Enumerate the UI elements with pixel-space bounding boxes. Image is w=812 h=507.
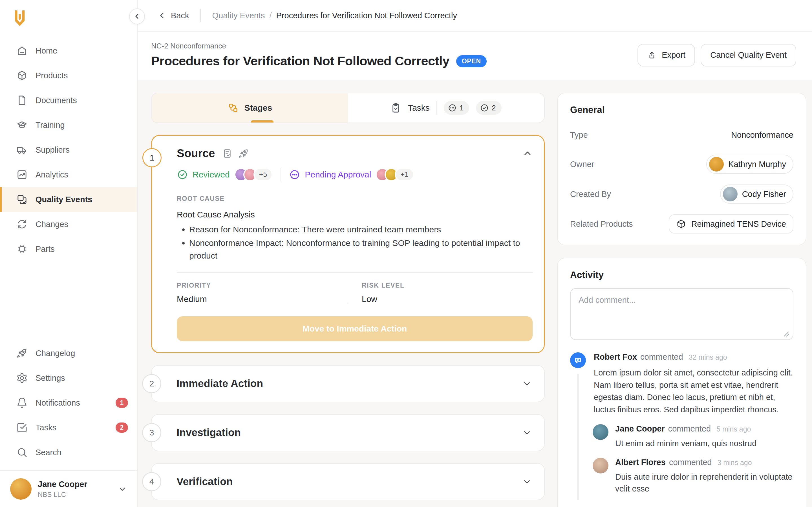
comment-action: commented bbox=[668, 424, 711, 434]
comment-time: 5 mins ago bbox=[716, 425, 751, 433]
pending-tasks-counter[interactable]: 1 bbox=[444, 101, 469, 115]
avatar bbox=[593, 458, 608, 473]
sidebar-item-tasks[interactable]: Tasks 2 bbox=[0, 415, 137, 440]
chevron-down-icon bbox=[118, 485, 127, 494]
sidebar-item-analytics[interactable]: Analytics bbox=[0, 162, 137, 187]
avatar bbox=[593, 424, 608, 440]
breadcrumb-section[interactable]: Quality Events bbox=[212, 11, 265, 20]
leave-comment-button[interactable]: Leave Comment bbox=[593, 506, 794, 507]
sidebar-item-label: Changelog bbox=[36, 349, 75, 358]
sidebar-item-label: Changes bbox=[36, 220, 68, 229]
sidebar-item-label: Search bbox=[36, 448, 61, 457]
page-header: NC-2 Nonconformance Procedures for Verif… bbox=[138, 32, 812, 80]
comment-input[interactable] bbox=[570, 288, 794, 340]
reviewed-label: Reviewed bbox=[193, 170, 230, 179]
content: Stages Tasks 1 2 bbox=[138, 80, 812, 507]
comment-box bbox=[570, 288, 794, 342]
move-to-immediate-action-button[interactable]: Move to Immediate Action bbox=[177, 316, 532, 341]
export-icon bbox=[647, 50, 657, 60]
sidebar-item-quality-events[interactable]: Quality Events bbox=[0, 187, 137, 212]
chevron-down-icon[interactable] bbox=[522, 379, 532, 388]
activity-heading: Activity bbox=[570, 270, 794, 280]
owner-chip[interactable]: Kathryn Murphy bbox=[706, 155, 794, 174]
comment-action: commented bbox=[669, 458, 712, 467]
chevron-down-icon[interactable] bbox=[522, 477, 532, 487]
breadcrumb: Quality Events / Procedures for Verifica… bbox=[212, 11, 457, 20]
ellipsis-circle-icon bbox=[448, 103, 457, 112]
tab-tasks[interactable]: Tasks 1 2 bbox=[348, 93, 544, 122]
reviewed-avatars[interactable]: +5 bbox=[234, 168, 273, 181]
stage-card-investigation[interactable]: 3 Investigation bbox=[151, 414, 545, 451]
box-icon bbox=[16, 70, 28, 81]
sidebar-item-changelog[interactable]: Changelog bbox=[0, 341, 137, 365]
back-button[interactable]: Back bbox=[158, 11, 189, 20]
comment-main: Robert Fox commented 32 mins ago Lorem i… bbox=[594, 352, 794, 416]
search-icon bbox=[16, 447, 28, 458]
pending-avatars[interactable]: +1 bbox=[375, 168, 414, 181]
sidebar-item-home[interactable]: Home bbox=[0, 38, 137, 63]
main-area: Back Quality Events / Procedures for Ver… bbox=[138, 0, 812, 507]
sidebar-item-label: Parts bbox=[36, 244, 55, 254]
clipboard-check-icon bbox=[391, 103, 401, 113]
comment-body: Duis aute irure dolor in reprehenderit i… bbox=[615, 471, 794, 495]
owner-row: Owner Kathryn Murphy bbox=[570, 155, 794, 174]
check-square-icon bbox=[16, 422, 28, 433]
sidebar-item-training[interactable]: Training bbox=[0, 113, 137, 137]
comment-author: Jane Cooper bbox=[615, 424, 665, 434]
sidebar-nav-secondary: Changelog Settings Notifications 1 Tasks… bbox=[0, 341, 137, 470]
done-tasks-counter[interactable]: 2 bbox=[476, 101, 501, 115]
source-divider bbox=[177, 272, 532, 273]
type-label: Type bbox=[570, 130, 588, 140]
status-divider bbox=[281, 168, 281, 181]
resize-handle-icon[interactable] bbox=[783, 331, 790, 337]
sidebar-item-label: Training bbox=[36, 121, 65, 130]
comment-bubble-icon bbox=[570, 352, 586, 368]
stage-card-immediate-action[interactable]: 2 Immediate Action bbox=[151, 365, 545, 402]
stage-card-verification[interactable]: 4 Verification bbox=[151, 463, 545, 500]
created-by-name: Cody Fisher bbox=[742, 189, 786, 199]
sidebar-item-notifications[interactable]: Notifications 1 bbox=[0, 390, 137, 415]
sidebar-item-search[interactable]: Search bbox=[0, 440, 137, 465]
risk-level-value: Low bbox=[362, 294, 532, 304]
cancel-quality-event-button[interactable]: Cancel Quality Event bbox=[701, 44, 796, 66]
risk-level-label: RISK LEVEL bbox=[362, 282, 532, 289]
pending-approval-group[interactable]: Pending Approval +1 bbox=[289, 168, 414, 181]
owner-label: Owner bbox=[570, 160, 594, 169]
app-logo[interactable] bbox=[0, 0, 137, 38]
sidebar-item-label: Quality Events bbox=[36, 195, 92, 204]
source-header[interactable]: Source bbox=[177, 147, 532, 160]
sidebar-item-documents[interactable]: Documents bbox=[0, 88, 137, 113]
collapse-stage-chevron[interactable] bbox=[522, 149, 532, 159]
sidebar-collapse-button[interactable] bbox=[129, 8, 145, 24]
chart-icon bbox=[16, 169, 28, 180]
tab-active-indicator bbox=[251, 120, 273, 122]
tab-stages[interactable]: Stages bbox=[152, 93, 348, 122]
comment-author: Albert Flores bbox=[615, 458, 666, 467]
comment-reply: Jane Cooper commented 5 mins ago Ut enim… bbox=[593, 424, 794, 449]
sidebar-item-suppliers[interactable]: Suppliers bbox=[0, 137, 137, 162]
page-header-left: NC-2 Nonconformance Procedures for Verif… bbox=[151, 42, 487, 68]
related-product-chip[interactable]: Reimagined TENS Device bbox=[669, 214, 794, 233]
chevron-down-icon[interactable] bbox=[522, 428, 532, 438]
reviewed-group[interactable]: Reviewed +5 bbox=[177, 168, 273, 181]
comment-action: commented bbox=[640, 352, 683, 362]
status-badge: OPEN bbox=[456, 55, 487, 67]
chevron-up-icon bbox=[522, 149, 532, 159]
related-products-row: Related Products Reimagined TENS Device bbox=[570, 214, 794, 233]
file-icon bbox=[16, 95, 28, 106]
export-button[interactable]: Export bbox=[638, 44, 695, 66]
home-icon bbox=[16, 45, 28, 56]
user-menu[interactable]: Jane Cooper NBS LLC bbox=[0, 470, 137, 507]
sidebar-item-products[interactable]: Products bbox=[0, 63, 137, 88]
quality-events-icon bbox=[16, 194, 28, 205]
type-row: Type Nonconformance bbox=[570, 126, 794, 144]
notifications-badge: 1 bbox=[116, 398, 128, 408]
sidebar-item-changes[interactable]: Changes bbox=[0, 212, 137, 237]
sidebar-item-parts[interactable]: Parts bbox=[0, 237, 137, 262]
sidebar-item-settings[interactable]: Settings bbox=[0, 365, 137, 390]
user-meta: Jane Cooper NBS LLC bbox=[38, 479, 87, 499]
priority-label: PRIORITY bbox=[177, 282, 348, 289]
event-id: NC-2 Nonconformance bbox=[151, 42, 487, 50]
created-by-chip[interactable]: Cody Fisher bbox=[720, 184, 794, 204]
type-value: Nonconformance bbox=[731, 130, 794, 140]
